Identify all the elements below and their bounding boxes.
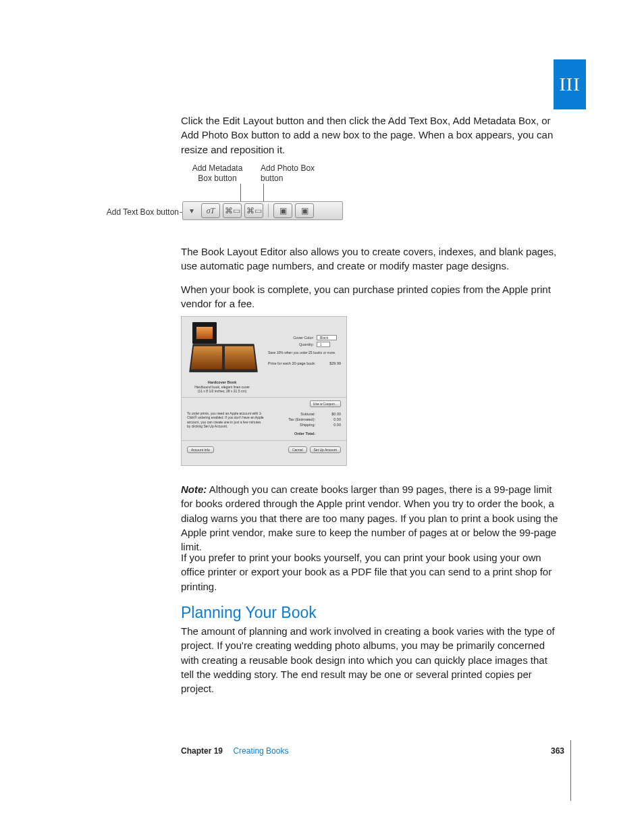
page-number: 363	[551, 746, 564, 756]
toolbar-figure: Add Text Box button Add Metadata Box but…	[101, 163, 371, 231]
add-metadata-box-button[interactable]: ⌘▭	[223, 203, 242, 218]
account-info-button[interactable]: Account Info	[187, 446, 214, 453]
photo-boxes-icon: ▣	[301, 206, 308, 215]
unit-price: $29.99	[329, 361, 341, 365]
book-cover-thumb	[192, 322, 217, 344]
photo-box-icon: ▣	[279, 206, 287, 215]
cover-color-select[interactable]: Black	[317, 335, 337, 340]
note-label: Note:	[181, 484, 207, 495]
metadata-icon: ⌘▭	[246, 206, 262, 215]
intro-paragraph: Click the Edit Layout button and then cl…	[181, 113, 562, 157]
shipping-value: 0.00	[323, 423, 341, 427]
footer-rule	[570, 740, 571, 801]
text-icon: σT	[207, 206, 215, 216]
setup-account-button[interactable]: Set Up Account	[310, 446, 341, 453]
quantity-label: Quantity:	[268, 342, 317, 346]
order-total-label: Order Total:	[294, 432, 315, 436]
product-sub2: (11 x 8 1/2 inches; 28 x 21.5 cm)	[198, 389, 247, 393]
callout-add-text-box: Add Text Box button	[101, 207, 179, 217]
add-photo-box-button-alt[interactable]: ▣	[295, 203, 314, 218]
unit-price-label: Price for each 20-page book:	[268, 361, 316, 365]
shipping-label: Shipping:	[300, 423, 315, 427]
note-paragraph: Note: Although you can create books larg…	[181, 482, 562, 554]
cover-color-label: Cover Color:	[268, 336, 317, 340]
order-total-value	[323, 432, 341, 436]
metadata-icon: ⌘▭	[225, 206, 240, 215]
subtotal-value: $0.00	[323, 412, 341, 416]
self-print-paragraph: If you prefer to print your books yourse…	[181, 550, 562, 594]
quantity-input[interactable]: 1	[317, 342, 330, 347]
toolbar-bar: ▾ σT ⌘▭ ⌘▭ ▣ ▣	[182, 201, 343, 220]
bulk-save-note: Save 10% when you order 25 books or more…	[268, 350, 341, 355]
add-photo-box-button[interactable]: ▣	[273, 203, 292, 218]
subtotal-label: Subtotal:	[300, 412, 315, 416]
tax-value: 0.00	[323, 417, 341, 421]
chapter-title: Creating Books	[233, 746, 288, 756]
part-tab: III	[554, 59, 586, 109]
editor-features-paragraph: The Book Layout Editor also allows you t…	[181, 244, 562, 273]
account-note: To order prints, you need an Apple accou…	[187, 400, 265, 438]
order-dialog-figure: Hardcover Book Hardbound book, elegant l…	[181, 316, 347, 466]
add-text-box-button[interactable]: σT	[201, 203, 220, 218]
page-footer: Chapter 19 Creating Books 363	[181, 746, 564, 756]
planning-paragraph: The amount of planning and work involved…	[181, 624, 562, 696]
section-heading: Planning Your Book	[181, 604, 317, 622]
book-preview	[186, 321, 259, 375]
tax-label: Tax (Estimated):	[288, 417, 315, 421]
book-spread-thumb	[189, 344, 258, 372]
callout-add-metadata-box: Add Metadata Box button	[188, 163, 247, 184]
use-coupon-button[interactable]: Use a Coupon...	[310, 400, 341, 407]
note-body: Although you can create books larger tha…	[181, 484, 558, 552]
popup-arrow-icon: ▾	[184, 206, 199, 215]
callout-add-photo-box: Add Photo Box button	[261, 163, 320, 184]
add-metadata-box-button-alt[interactable]: ⌘▭	[244, 203, 263, 218]
part-number: III	[560, 74, 581, 95]
product-title: Hardcover Book	[194, 380, 250, 385]
purchase-paragraph: When your book is complete, you can purc…	[181, 282, 562, 311]
cancel-button[interactable]: Cancel	[288, 446, 307, 453]
chapter-label: Chapter 19	[181, 746, 223, 756]
